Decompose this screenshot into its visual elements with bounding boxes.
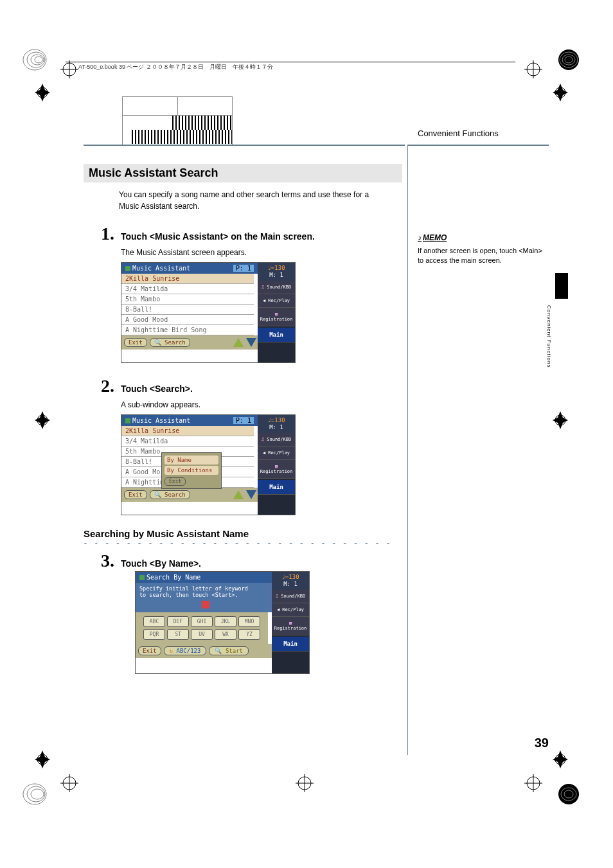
list-item[interactable]: 3/4 Matilda [121, 284, 254, 294]
step-title: Touch <Music Assistant> on the Main scre… [121, 231, 315, 242]
search-popup: By Name By Conditions Exit [161, 452, 222, 489]
main-button[interactable]: Main [258, 328, 295, 342]
page-number: 39 [535, 736, 549, 750]
memo-box: ♪ MEMO If another screen is open, touch … [418, 233, 546, 266]
doc-header: AT-500_e.book 39 ページ ２００８年７月２８日 月曜日 午後４時… [78, 63, 273, 71]
page-indicator: P: 1 [233, 417, 254, 424]
down-arrow-button[interactable] [246, 338, 256, 347]
step-number: 2. [84, 376, 114, 396]
window-title: Search By Name [147, 574, 200, 581]
intro-text: You can specify a song name and other se… [119, 189, 389, 212]
search-button[interactable]: 🔍 Search [150, 338, 190, 347]
crop-mark-icon [33, 84, 51, 102]
search-by-name-screenshot: Search By Name Specify initial letter of… [135, 571, 310, 674]
subsection-title: Searching by Music Assistant Name [84, 528, 402, 539]
svg-point-11 [558, 784, 579, 804]
list-item[interactable]: 8-Ball! [121, 305, 254, 315]
registration-button[interactable]: ▦ Registration [258, 308, 295, 326]
key-yz[interactable]: YZ [238, 629, 260, 640]
window-titlebar: Music Assistant P: 1 [121, 263, 258, 274]
registration-mark-icon [60, 774, 78, 792]
registration-mark-icon [296, 774, 314, 792]
key-mno[interactable]: MNO [238, 616, 260, 627]
crop-mark-icon [33, 411, 51, 429]
memo-title: MEMO [423, 233, 447, 244]
registration-button[interactable]: ▦ Registration [258, 460, 295, 479]
song-list[interactable]: 2Killa Sunrise 3/4 Matilda 5th Mambo 8-B… [121, 274, 254, 335]
memo-label: ♪ MEMO [418, 233, 546, 244]
step-title: Touch <Search>. [121, 384, 193, 394]
section-header: Convenient Functions [418, 128, 499, 138]
list-item[interactable]: 3/4 Matilda [121, 436, 254, 447]
sound-kbd-button[interactable]: ♫ Sound/KBD [258, 433, 295, 447]
step-title: Touch <By Name>. [121, 558, 201, 569]
list-item[interactable]: 2Killa Sunrise [121, 426, 254, 436]
cursor-indicator [202, 601, 209, 608]
popup-exit-button[interactable]: Exit [164, 477, 186, 486]
section-rule [84, 145, 405, 146]
screenshot-footer: Exit 🔍 Search [121, 488, 259, 502]
list-item[interactable]: 5th Mambo [121, 294, 254, 305]
key-jkl[interactable]: JKL [215, 616, 236, 627]
music-assistant-screenshot: Music Assistant P: 1 2Killa Sunrise 3/4 … [121, 262, 296, 363]
step-2: 2. Touch <Search>. [84, 376, 402, 396]
window-titlebar: Search By Name [136, 572, 272, 583]
search-button[interactable]: 🔍 Search [150, 490, 190, 499]
svg-point-8 [23, 784, 46, 804]
main-button[interactable]: Main [258, 480, 295, 495]
by-name-option[interactable]: By Name [164, 456, 218, 465]
step-1: 1. Touch <Music Assistant> on the Main s… [84, 224, 402, 244]
dotted-rule: ● ● ● ● ● ● ● ● ● ● ● ● ● ● ● ● ● ● ● ● … [84, 540, 398, 544]
crop-mark-icon [551, 84, 569, 102]
window-title: Music Assistant [132, 417, 190, 424]
by-conditions-option[interactable]: By Conditions [164, 466, 218, 475]
step-body: A sub-window appears. [121, 400, 402, 409]
sound-kbd-button[interactable]: ♫ Sound/KBD [258, 281, 295, 294]
main-button[interactable]: Main [272, 637, 309, 651]
rec-play-button[interactable]: ◀ Rec/Play [272, 603, 309, 617]
down-arrow-button[interactable] [246, 490, 256, 499]
key-ghi[interactable]: GHI [191, 616, 213, 627]
start-button[interactable]: 🔍 Start [209, 646, 249, 655]
key-abc[interactable]: ABC [143, 616, 165, 627]
exit-button[interactable]: Exit [124, 490, 147, 499]
page-indicator: P: 1 [233, 265, 254, 272]
list-item[interactable]: 2Killa Sunrise [121, 274, 254, 284]
spiral-art-right [546, 44, 591, 76]
key-wx[interactable]: WX [215, 629, 236, 640]
key-pqr[interactable]: PQR [143, 629, 165, 640]
search-instructions: Specify initial letter of keyword to sea… [136, 583, 276, 612]
section-title: Music Assistant Search [84, 164, 402, 182]
spiral-art-br [546, 778, 591, 810]
abc-123-button[interactable]: ↻ ABC/123 [164, 646, 207, 655]
step-body: The Music Assistant screen appears. [121, 248, 402, 257]
key-st[interactable]: ST [167, 629, 189, 640]
section-rule [407, 145, 549, 146]
tempo-display: ♩=130M: 1 [272, 572, 309, 590]
sound-kbd-button[interactable]: ♫ Sound/KBD [272, 590, 309, 603]
svg-point-4 [558, 49, 579, 70]
rec-play-button[interactable]: ◀ Rec/Play [258, 447, 295, 460]
rec-play-button[interactable]: ◀ Rec/Play [258, 294, 295, 308]
key-def[interactable]: DEF [167, 616, 189, 627]
memo-icon: ♪ [418, 233, 422, 244]
page-tab-label: Convenient Functions [546, 305, 552, 368]
crop-mark-icon [551, 411, 569, 429]
tempo-display: ♩=130M: 1 [258, 263, 295, 281]
key-uv[interactable]: UV [191, 629, 213, 640]
exit-button[interactable]: Exit [138, 646, 161, 655]
crop-mark-icon [33, 750, 51, 768]
crop-mark-icon [551, 750, 569, 768]
registration-button[interactable]: ▦ Registration [272, 617, 309, 635]
list-item[interactable]: A Good Mood [121, 315, 254, 325]
section-divider [407, 145, 408, 755]
page-tab [555, 273, 568, 299]
list-item[interactable]: A Nighttime Bird Song [121, 325, 254, 335]
up-arrow-button[interactable] [233, 490, 244, 499]
svg-point-2 [31, 55, 44, 65]
exit-button[interactable]: Exit [124, 338, 147, 347]
step-number: 1. [84, 224, 114, 244]
registration-mark-icon [524, 774, 542, 792]
window-titlebar: Music Assistant P: 1 [121, 415, 258, 426]
up-arrow-button[interactable] [233, 338, 244, 347]
